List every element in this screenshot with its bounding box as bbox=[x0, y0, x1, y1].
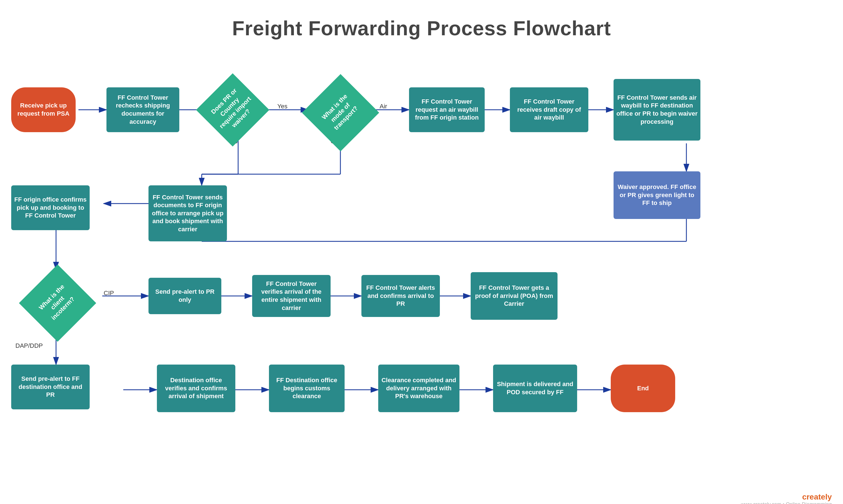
send-prealert-dest-box: Send pre-alert to FF destination office … bbox=[11, 364, 90, 409]
flowchart-area: Yes No Air Ocean CIP DAP/DDP Receive pic… bbox=[0, 51, 843, 504]
ff-verifies-arrival-box: FF Control Tower verifies arrival of the… bbox=[252, 275, 331, 317]
ff-request-airwaybill-box: FF Control Tower request an air waybill … bbox=[409, 87, 485, 132]
ff-dest-customs-box: FF Destination office begins customs cle… bbox=[269, 364, 345, 412]
ff-sends-airwaybill-box: FF Control Tower sends air waybill to FF… bbox=[614, 79, 700, 141]
ff-receives-draft-box: FF Control Tower receives draft copy of … bbox=[510, 87, 589, 132]
send-prealert-pr-box: Send pre-alert to PR only bbox=[148, 278, 221, 314]
receive-psa-box: Receive pick up request from PSA bbox=[11, 87, 76, 132]
pr-waiver-diamond: Does PR or Country require import waiver… bbox=[196, 73, 269, 146]
ff-rechecks-box: FF Control Tower rechecks shipping docum… bbox=[106, 87, 179, 132]
mode-transport-diamond: What is the mode of transport? bbox=[301, 73, 380, 152]
ff-gets-poa-box: FF Control Tower gets a proof of arrival… bbox=[471, 272, 558, 320]
ff-alerts-confirms-box: FF Control Tower alerts and confirms arr… bbox=[362, 275, 440, 317]
creately-logo: creately www.creately.com • Online Diagr… bbox=[741, 492, 832, 504]
clearance-completed-box: Clearance completed and delivery arrange… bbox=[378, 364, 459, 412]
shipment-delivered-box: Shipment is delivered and POD secured by… bbox=[493, 364, 577, 412]
incoterm-diamond: What is the client incoterm? bbox=[18, 264, 96, 342]
page-title: Freight Forwarding Process Flowchart bbox=[0, 0, 843, 51]
dap-ddp-label: DAP/DDP bbox=[15, 342, 43, 349]
dest-verifies-box: Destination office verifies and confirms… bbox=[157, 364, 235, 412]
ff-sends-docs-box: FF Control Tower sends documents to FF o… bbox=[148, 185, 227, 241]
end-box: End bbox=[611, 364, 675, 412]
cip-label: CIP bbox=[104, 289, 114, 297]
yes-label: Yes bbox=[277, 103, 287, 110]
ff-origin-confirms-box: FF origin office confirms pick up and bo… bbox=[11, 185, 90, 230]
air-label: Air bbox=[380, 103, 387, 110]
waiver-approved-box: Waiver approved. FF office or PR gives g… bbox=[614, 172, 700, 219]
